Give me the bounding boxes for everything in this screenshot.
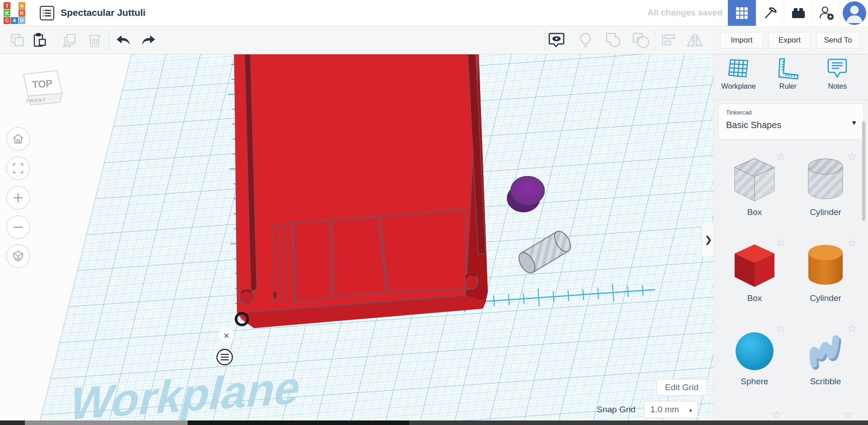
- snap-grid-label: Snap Grid: [597, 405, 636, 415]
- ruler-remove-button[interactable]: ×: [219, 328, 234, 343]
- brick-icon: [791, 7, 806, 19]
- account-menu[interactable]: [840, 0, 868, 26]
- zoom-out-button[interactable]: [6, 215, 30, 239]
- favorite-star-icon[interactable]: ☆: [843, 408, 853, 421]
- undo-button[interactable]: [114, 31, 132, 49]
- paste-button[interactable]: [31, 31, 49, 49]
- toolbar-separator: [655, 29, 655, 51]
- shape-tile-box-solid[interactable]: ☆ Box: [725, 241, 784, 303]
- tool-notes[interactable]: Notes: [813, 58, 861, 91]
- zoom-in-button[interactable]: [6, 186, 30, 210]
- shape-tile-box-hole[interactable]: ☆ Box: [725, 155, 784, 217]
- dashboard-button[interactable]: [728, 0, 756, 26]
- tool-ruler[interactable]: Ruler: [764, 58, 812, 91]
- tool-workplane[interactable]: Workplane: [715, 58, 763, 91]
- shape-library-select[interactable]: Tinkercad Basic Shapes ▼: [718, 103, 864, 139]
- snap-grid-select[interactable]: 1.0 mm ▲: [644, 401, 698, 418]
- viewport-3d[interactable]: Workplane: [0, 54, 713, 425]
- undo-icon: [115, 34, 132, 46]
- bottom-edge-strip: [0, 420, 868, 425]
- import-button[interactable]: Import: [720, 32, 763, 48]
- view-cube[interactable]: TOP FRONT: [17, 67, 67, 114]
- logo-tile: N: [19, 2, 25, 9]
- minecraft-button[interactable]: [756, 0, 784, 26]
- shape-thumb-cylinder-hole: [802, 155, 849, 205]
- collapse-panel-button[interactable]: ❯: [702, 222, 713, 257]
- favorite-star-icon[interactable]: ☆: [847, 322, 857, 335]
- top-bar: T I N K E R C A D Spectacular Juttuli Al…: [0, 0, 868, 26]
- edit-toolbar: Import Export Send To: [0, 26, 868, 54]
- shape-tile-cylinder-solid[interactable]: ☆ Cylinder: [796, 241, 855, 303]
- edit-grid-button[interactable]: Edit Grid: [656, 379, 707, 396]
- align-button[interactable]: [660, 31, 678, 49]
- plus-icon: [13, 192, 24, 203]
- logo-tile: D: [19, 17, 25, 24]
- shape-tile-scribble[interactable]: ☆ Scribble: [796, 327, 855, 387]
- logo-tile: E: [11, 10, 18, 16]
- design-menu-button[interactable]: [40, 6, 54, 20]
- pickaxe-icon: [764, 6, 777, 20]
- duplicate-button[interactable]: [60, 31, 78, 49]
- workplane-icon: [727, 58, 750, 80]
- favorite-star-icon[interactable]: ☆: [847, 236, 857, 249]
- ungroup-button[interactable]: [632, 31, 650, 49]
- show-all-button[interactable]: [547, 31, 566, 49]
- redo-icon: [140, 34, 156, 46]
- notes-icon: [826, 58, 849, 80]
- fit-view-icon: [13, 163, 24, 174]
- close-icon: ×: [224, 330, 230, 341]
- mirror-button[interactable]: [686, 31, 704, 49]
- red-tray-object[interactable]: [234, 54, 488, 328]
- panel-scrollbar[interactable]: [862, 121, 865, 221]
- perspective-cube-icon: [12, 250, 24, 262]
- grid-icon: [736, 7, 748, 19]
- favorite-star-icon[interactable]: ☆: [776, 322, 786, 335]
- minus-icon: [13, 222, 24, 233]
- lightbulb-icon: [580, 33, 591, 48]
- view-cube-top-face[interactable]: TOP: [32, 77, 52, 90]
- tinkercad-logo-icon[interactable]: T I N K E R C A D: [4, 2, 25, 24]
- copy-button[interactable]: [9, 31, 27, 49]
- shape-thumb-scribble: [802, 327, 849, 374]
- panel-tools: Workplane Ruler: [714, 58, 862, 91]
- logo-tile: K: [4, 10, 10, 16]
- snap-grid-value: 1.0 mm: [651, 405, 679, 415]
- logo-tile: R: [19, 10, 25, 16]
- library-brand: Tinkercad: [726, 109, 752, 116]
- shape-thumb-box-solid: [731, 241, 778, 291]
- export-button[interactable]: Export: [769, 32, 811, 48]
- list-icon: [42, 9, 52, 17]
- show-all-eye-icon: [548, 32, 565, 48]
- logo-tile: A: [11, 17, 18, 24]
- bricks-button[interactable]: [784, 0, 812, 26]
- add-person-icon: [819, 6, 834, 20]
- duplicate-icon: [61, 33, 76, 48]
- shape-thumb-sphere: [731, 327, 778, 374]
- group-button[interactable]: [605, 31, 623, 49]
- shape-label: Scribble: [796, 377, 855, 387]
- toolbar-separator: [545, 29, 545, 51]
- ruler-options-button[interactable]: [217, 349, 232, 365]
- light-toggle-button[interactable]: [576, 31, 594, 49]
- invite-collaborator-button[interactable]: [812, 0, 840, 26]
- save-status: All changes saved: [647, 8, 722, 18]
- toolbar-separator: [108, 29, 109, 51]
- shape-thumb-cylinder-solid: [802, 241, 849, 291]
- shape-tile-sphere[interactable]: ☆ Sphere: [725, 327, 784, 387]
- delete-button[interactable]: [85, 31, 104, 49]
- logo-tile: T: [4, 2, 10, 9]
- perspective-toggle-button[interactable]: [6, 244, 30, 268]
- mirror-icon: [686, 33, 703, 48]
- favorite-star-icon[interactable]: ☆: [772, 408, 782, 421]
- home-view-button[interactable]: [6, 127, 30, 151]
- favorite-star-icon[interactable]: ☆: [776, 236, 786, 249]
- send-to-button[interactable]: Send To: [816, 32, 859, 48]
- design-title[interactable]: Spectacular Juttuli: [61, 7, 146, 18]
- favorite-star-icon[interactable]: ☆: [847, 150, 857, 163]
- shape-tile-cylinder-hole[interactable]: ☆ Cylinder: [796, 155, 855, 217]
- shape-thumb-box-hole: [731, 155, 778, 205]
- tool-label: Workplane: [722, 82, 756, 91]
- fit-view-button[interactable]: [6, 157, 30, 180]
- redo-button[interactable]: [139, 31, 157, 49]
- favorite-star-icon[interactable]: ☆: [776, 150, 786, 163]
